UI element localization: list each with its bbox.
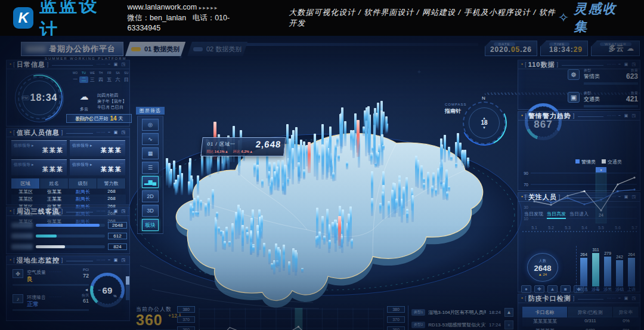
focus-icon-1[interactable]: ● (521, 285, 531, 293)
focus-icon-4[interactable]: ■ (561, 285, 571, 293)
duty-leader-card[interactable]: 值班领导 ▸⋯某某某 (11, 159, 67, 175)
panel-window-icons[interactable]: − ▣ ◳ (618, 296, 637, 301)
focus-bar-在逃 (580, 258, 587, 286)
focus-icon-2[interactable]: ✚ (534, 285, 544, 293)
alert-row[interactable]: 类型2RD13-53烟感报警疑似火灾17:24 (411, 320, 501, 329)
screen: K 蓝蓝设计 www.lanlanwork.com ▸▸▸▸▸ 微信：ben_l… (0, 0, 644, 330)
checkpoint-row[interactable]: 某某某某某0/3110% (522, 316, 639, 326)
type-icon: ▣ (568, 92, 580, 103)
layer-button-block[interactable]: 板块 (142, 219, 159, 231)
panel-title: 关注人员 (528, 193, 557, 202)
layer-button-pin[interactable]: ◎ (142, 119, 159, 131)
weekday-fr: FR五 (105, 71, 113, 83)
redacted-prefix (26, 46, 46, 52)
panel-window-icons[interactable]: − ▣ ◳ (618, 113, 637, 118)
focus-count: 2648 (534, 264, 552, 273)
expand-icon: ◳ (121, 62, 126, 66)
layer-button-list[interactable]: ☰ (142, 162, 159, 174)
focus-icon-3[interactable]: ▲ (547, 285, 558, 293)
layer-button-bar-chart[interactable]: ▂▆▄ (142, 176, 159, 188)
compass-value: 18 (481, 121, 487, 125)
office-count-value: 360 (136, 312, 163, 329)
office-y-tick: 360 (177, 326, 195, 330)
tab-data-category-2[interactable]: 02 数据类别 (187, 42, 247, 56)
panel-window-icons[interactable]: − ▣ ◳ (618, 195, 637, 199)
gauge-left-arrow[interactable]: ◂ (85, 287, 88, 292)
tab-cap-icon (131, 47, 141, 51)
clock-meridiem: PM (21, 95, 29, 100)
focus-tab-1[interactable]: 当日发现 (524, 211, 543, 217)
focus-bar-category: 涉毒 (590, 286, 602, 292)
panel-eco-monitor: *[湿地生态监控]⋯⋯− ▣ ◳ −69% ◂ ▸ ✤空气质量·······PC… (6, 255, 130, 321)
weather-box: WEATHER 多云 ☁ (591, 41, 640, 56)
alert-scroll-up[interactable]: ▲ (504, 308, 513, 317)
lunar-line: 辛巳月 己巳日 (97, 104, 126, 110)
sparkle-icon: ✧ (558, 10, 569, 26)
trend-legend: 警情类交通类 (575, 159, 622, 165)
panel-title: 防疫卡口检测 (528, 294, 571, 303)
weekday-strip: MO一TU二WE三TH四FR五SA六SU日 (71, 71, 131, 83)
inspiration-collect[interactable]: ✧ 灵感收集 (558, 0, 627, 36)
panel-window-icons[interactable]: − ▣ ◳ (618, 62, 637, 67)
line-label-redacted (11, 233, 33, 239)
passenger-row: 2648 (11, 221, 127, 229)
layer-filter-toolbar: ◎∿▦☰▂▆▄2D3D板块 (137, 116, 163, 234)
office-y-tick: 360 (387, 326, 405, 330)
caret-down-icon: ▾ (483, 125, 485, 130)
header-rail (246, 43, 478, 46)
focus-bar-value: 311 (590, 248, 602, 252)
panel-title: 值班人员信息 (17, 128, 60, 137)
lunar-line: 庚子年【鼠年】 (97, 98, 126, 104)
gauge-slider[interactable] (126, 276, 129, 300)
compass-label-cn: 指南针 (445, 107, 461, 115)
cloud-icon: ☁ (627, 44, 634, 53)
panel-window-icons[interactable]: − ▣ ◳ (108, 130, 126, 135)
minimize-icon: − (108, 62, 112, 66)
office-y-tick: 380 (387, 306, 405, 313)
metric-icon: ✤ (13, 269, 23, 278)
panel-window-icons[interactable]: − ▣ ◳ (108, 258, 126, 263)
date-box: DATE 2020.05.26 (485, 41, 537, 56)
alert-row[interactable]: 类型1湿地3-104片区有不明人员闯入18:24 (411, 308, 501, 317)
panel-window-icons[interactable]: − ▣ ◳ (108, 62, 126, 67)
office-y-tick: 370 (177, 316, 195, 323)
website-link[interactable]: www.lanlanwork.com (128, 3, 197, 11)
focus-tab-2[interactable]: 当日高发 (547, 211, 566, 219)
brand-contact: www.lanlanwork.com ▸▸▸▸▸ 微信：ben_lanlan 电… (128, 2, 256, 33)
duty-leader-card[interactable]: 值班领导 ▸⋯某某某 (70, 159, 125, 175)
window-icon: ▣ (114, 62, 119, 66)
layer-button-signal[interactable]: ∿ (142, 133, 159, 145)
110-item-警情类: ☸类型警情类数量623 (568, 68, 638, 87)
compass-widget[interactable]: ▴ 18 ▾ (463, 101, 506, 144)
panel-window-icons[interactable]: − ▣ ◳ (108, 209, 126, 214)
layer-button-2d[interactable]: 2D (142, 190, 159, 202)
legend-警情类: 警情类 (575, 159, 596, 165)
panel-title: 周边三线客流 (17, 207, 60, 216)
focus-tab-3[interactable]: 当日进入 (569, 211, 589, 217)
office-y-tick: 370 (387, 316, 405, 323)
metric-icon: ♪ (13, 294, 23, 303)
svg-text:90: 90 (524, 171, 528, 175)
focus-bar-category: 在逃 (578, 286, 590, 292)
clock-widget: PM 18:34 (15, 73, 64, 122)
alert-scroll-dot[interactable]: ● (504, 320, 513, 329)
weekday-th: TH四 (97, 71, 105, 83)
focus-bar-value: 242 (614, 255, 626, 259)
panel-title: 湿地生态监控 (17, 256, 60, 265)
notice-bar: 暑期办公已开始14天 (66, 114, 132, 123)
checkpoint-row[interactable]: 某某某某0/890% (522, 326, 639, 330)
110-item-交通类: ▣类型交通类数量421 (568, 91, 638, 110)
legend-交通类: 交通类 (602, 159, 622, 165)
focus-bar-category: 上访 (626, 286, 637, 292)
layer-button-3d[interactable]: 3D (142, 205, 159, 217)
tooltip-region: 01 / 区域一 (207, 141, 236, 147)
duty-leader-card[interactable]: 值班领导 ▸⋯某某某 (70, 140, 125, 156)
tab-data-category-1[interactable]: 01 数据类别 (125, 42, 185, 56)
weekday-sa: SA六 (113, 71, 122, 83)
eco-metric-1: ✤空气质量·······PCI72良 (13, 269, 89, 287)
svg-text:70: 70 (524, 183, 528, 187)
weekday-mo: MO一 (71, 71, 79, 83)
duty-leader-card[interactable]: 值班领导 ▸⋯某某某 (11, 140, 67, 156)
tooltip-pointer (222, 156, 222, 164)
layer-button-grid[interactable]: ▦ (142, 147, 159, 159)
